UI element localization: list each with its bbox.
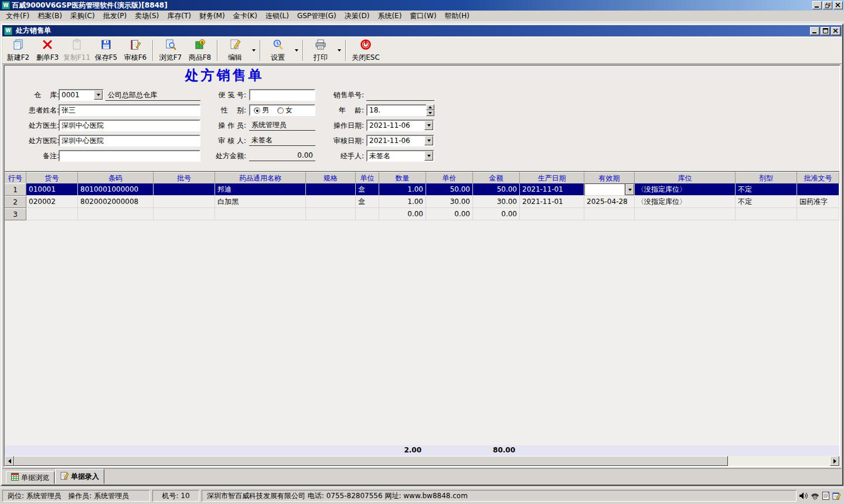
cell-location[interactable]: 〈没指定库位〉 <box>635 183 736 196</box>
cell-batch[interactable] <box>154 183 215 196</box>
cell-drug-name[interactable]: 邦迪 <box>215 183 306 196</box>
cell-expiry[interactable]: 2025-04-28 <box>584 196 635 208</box>
cell-qty[interactable]: 0.00 <box>379 208 426 220</box>
column-header[interactable]: 货号 <box>26 172 78 184</box>
cell-batch[interactable] <box>154 208 215 220</box>
cell-location[interactable] <box>635 208 736 220</box>
memo-no-input[interactable] <box>249 89 315 101</box>
handler-combobox[interactable]: 未签名 <box>366 150 434 162</box>
scrollbar-thumb[interactable] <box>14 456 728 466</box>
speaker-icon[interactable] <box>799 492 808 500</box>
scroll-right-button[interactable] <box>830 456 839 466</box>
edit-button[interactable]: 编辑 <box>220 38 250 63</box>
chevron-down-icon[interactable] <box>424 136 433 145</box>
cell-barcode[interactable]: 8010001000000 <box>78 183 154 196</box>
patient-name-input[interactable] <box>59 104 200 116</box>
cell-qty[interactable]: 1.00 <box>379 183 426 196</box>
cell-amount[interactable]: 0.00 <box>473 208 520 220</box>
column-header[interactable]: 金额 <box>473 172 520 184</box>
cell-approval-no[interactable]: 国药准字 <box>797 196 839 208</box>
print-dropdown-arrow-icon[interactable] <box>335 38 343 63</box>
menu-wholesale[interactable]: 批发(P) <box>99 10 131 22</box>
cell-item-no[interactable] <box>26 208 78 220</box>
table-row[interactable]: 1 010001 8010001000000 邦迪 盒 1.00 50.00 5… <box>5 183 839 196</box>
cell-barcode[interactable]: 8020002000008 <box>78 196 154 208</box>
settings-button[interactable]: 设置 <box>263 38 292 63</box>
inner-maximize-button[interactable] <box>821 27 830 35</box>
gender-female-radio[interactable]: 女 <box>277 105 292 115</box>
op-date-combobox[interactable]: 2021-11-06 <box>366 120 434 131</box>
cell-drug-name[interactable]: 白加黑 <box>215 196 306 208</box>
cell-location[interactable]: 〈没指定库位〉 <box>635 196 736 208</box>
cell-prod-date[interactable]: 2021-11-01 <box>520 183 584 196</box>
cell-batch[interactable] <box>154 196 215 208</box>
table-row[interactable]: 2 020002 8020002000008 白加黑 盒 1.00 30.00 … <box>5 196 839 208</box>
chevron-down-icon[interactable] <box>424 121 433 130</box>
cell-unit[interactable] <box>356 208 379 220</box>
cell-approval-no[interactable] <box>797 183 839 196</box>
cell-prod-date[interactable] <box>520 208 584 220</box>
row-number-cell[interactable]: 2 <box>5 196 26 208</box>
row-number-cell[interactable]: 3 <box>5 208 26 220</box>
cell-drug-name[interactable] <box>215 208 306 220</box>
inner-close-button[interactable] <box>831 27 840 35</box>
menu-help[interactable]: 帮助(H) <box>441 10 474 22</box>
age-input[interactable] <box>366 104 434 116</box>
cell-price[interactable]: 0.00 <box>426 208 473 220</box>
goods-button[interactable]: $ 商品F8 <box>185 38 215 63</box>
menu-store[interactable]: 卖场(S) <box>131 10 163 22</box>
cell-qty[interactable]: 1.00 <box>379 196 426 208</box>
column-header[interactable]: 药品通用名称 <box>215 172 306 184</box>
print-button[interactable]: 打印 <box>306 38 335 63</box>
column-header[interactable]: 规格 <box>306 172 356 184</box>
cell-unit[interactable]: 盒 <box>356 183 379 196</box>
spinner-up-button[interactable] <box>426 104 434 110</box>
column-header[interactable]: 剂型 <box>736 172 797 184</box>
cell-unit[interactable]: 盒 <box>356 196 379 208</box>
menu-window[interactable]: 窗口(W) <box>406 10 440 22</box>
expiry-date-editor[interactable]: 2025-04-2 <box>584 183 635 196</box>
cell-spec[interactable] <box>306 208 356 220</box>
column-header[interactable]: 库位 <box>635 172 736 184</box>
tab-document-browse[interactable]: 单据浏览 <box>6 471 55 484</box>
scroll-left-button[interactable] <box>5 456 14 466</box>
menu-archive[interactable]: 档案(B) <box>33 10 66 22</box>
menu-gsp[interactable]: GSP管理(G) <box>293 10 341 22</box>
cell-dosage-form[interactable] <box>736 208 797 220</box>
column-header[interactable]: 数量 <box>379 172 426 184</box>
cell-amount[interactable]: 30.00 <box>473 196 520 208</box>
audit-button[interactable]: 审核F6 <box>121 38 150 63</box>
cell-dosage-form[interactable]: 不定 <box>736 183 797 196</box>
row-number-cell[interactable]: 1 <box>5 183 26 196</box>
column-header[interactable]: 单价 <box>426 172 473 184</box>
cell-item-no[interactable]: 010001 <box>26 183 78 196</box>
settings-dropdown-arrow-icon[interactable] <box>292 38 300 63</box>
cell-approval-no[interactable] <box>797 208 839 220</box>
menu-file[interactable]: 文件(F) <box>2 10 33 22</box>
warehouse-combobox[interactable]: 0001 <box>59 89 104 101</box>
cell-spec[interactable] <box>306 183 356 196</box>
chevron-down-icon[interactable] <box>625 184 634 195</box>
column-header[interactable]: 条码 <box>78 172 154 184</box>
menu-purchase[interactable]: 采购(C) <box>66 10 99 22</box>
cell-expiry[interactable] <box>584 208 635 220</box>
notepad-pencil-icon[interactable] <box>832 492 840 500</box>
menu-inventory[interactable]: 库存(T) <box>163 10 195 22</box>
cell-prod-date[interactable]: 2021-11-01 <box>520 196 584 208</box>
gender-male-radio[interactable]: 男 <box>254 105 269 115</box>
spinner-down-button[interactable] <box>426 110 434 116</box>
audit-date-combobox[interactable]: 2021-11-06 <box>366 135 434 147</box>
column-header[interactable]: 生产日期 <box>520 172 584 184</box>
cell-dosage-form[interactable]: 不定 <box>736 196 797 208</box>
menu-decision[interactable]: 决策(D) <box>341 10 374 22</box>
column-header[interactable]: 有效期 <box>584 172 635 184</box>
cell-amount[interactable]: 50.00 <box>473 183 520 196</box>
delete-button[interactable]: 删单F3 <box>33 38 62 63</box>
minimize-button[interactable] <box>812 1 822 9</box>
chevron-down-icon[interactable] <box>94 90 103 100</box>
save-button[interactable]: 保存F5 <box>91 38 121 63</box>
menu-chain[interactable]: 连锁(L) <box>261 10 293 22</box>
restore-button[interactable] <box>823 1 832 9</box>
column-header[interactable]: 批号 <box>154 172 215 184</box>
tab-document-entry[interactable]: 单据录入 <box>55 469 104 484</box>
